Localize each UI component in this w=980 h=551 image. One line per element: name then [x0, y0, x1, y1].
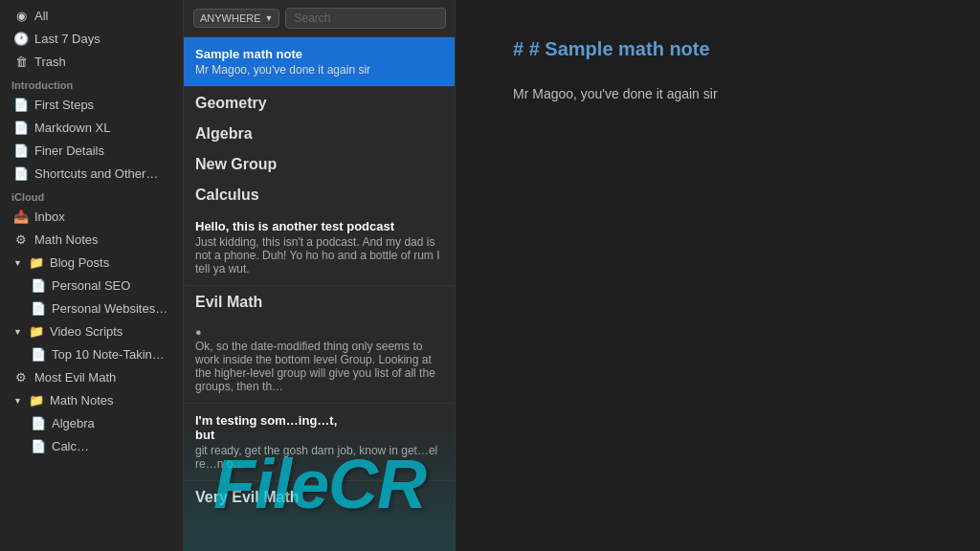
- sidebar-item-math-notes-2[interactable]: ▼ 📁 Math Notes: [4, 389, 179, 411]
- search-bar: ANYWHERE ▼: [184, 0, 455, 37]
- doc-icon: 📄: [31, 439, 46, 453]
- note-body: Mr Magoo, you've done it again sir: [513, 83, 923, 104]
- sidebar-item-last7days[interactable]: 🕐 Last 7 Days: [4, 28, 179, 50]
- sidebar-item-top10[interactable]: 📄 Top 10 Note-Takin…: [4, 343, 179, 365]
- doc-icon: 📄: [31, 278, 46, 293]
- sidebar-item-all[interactable]: ◉ All: [4, 5, 179, 27]
- dropdown-label: ANYWHERE: [200, 12, 261, 24]
- section-introduction: Introduction: [0, 74, 183, 93]
- hash-symbol: #: [513, 38, 529, 59]
- folder-icon: 📁: [29, 255, 44, 270]
- note-heading: # # Sample math note: [513, 38, 923, 60]
- sidebar-item-most-evil-math[interactable]: ⚙ Most Evil Math: [4, 366, 179, 388]
- note-title: I'm testing som…ing…t, but: [195, 413, 443, 442]
- sidebar-item-video-scripts[interactable]: ▼ 📁 Video Scripts: [4, 320, 179, 342]
- selected-note[interactable]: Sample math note Mr Magoo, you've done i…: [184, 37, 455, 87]
- sidebar-item-algebra[interactable]: 📄 Algebra: [4, 412, 179, 434]
- sidebar-item-personal-seo[interactable]: 📄 Personal SEO: [4, 275, 179, 297]
- group-new-group[interactable]: New Group: [184, 148, 455, 179]
- sidebar: ◉ All 🕐 Last 7 Days 🗑 Trash Introduction…: [0, 0, 184, 551]
- search-input[interactable]: [285, 8, 446, 29]
- middle-panel: ANYWHERE ▼ Sample math note Mr Magoo, yo…: [184, 0, 456, 551]
- sidebar-item-calc[interactable]: 📄 Calc…: [4, 435, 179, 457]
- sidebar-item-blog-posts[interactable]: ▼ 📁 Blog Posts: [4, 252, 179, 274]
- doc-icon: 📄: [31, 301, 46, 316]
- expand-icon: ▼: [13, 396, 23, 406]
- sidebar-item-shortcuts[interactable]: 📄 Shortcuts and Other…: [4, 163, 179, 185]
- group-evil-math[interactable]: Evil Math: [184, 286, 455, 317]
- group-calculus[interactable]: Calculus: [184, 179, 455, 209]
- note-preview: git ready, get the gosh darn job, know i…: [195, 444, 443, 471]
- group-very-evil-math[interactable]: Very Evil Math: [184, 481, 455, 512]
- doc-icon: 📄: [31, 416, 46, 430]
- note-testing[interactable]: I'm testing som…ing…t, but git ready, ge…: [184, 404, 455, 481]
- sidebar-item-first-steps[interactable]: 📄 First Steps: [4, 94, 179, 116]
- expand-icon: ▼: [13, 327, 23, 337]
- sidebar-item-markdown-xl[interactable]: 📄 Markdown XL: [4, 117, 179, 139]
- doc-icon: 📄: [13, 166, 29, 181]
- folder-icon: 📁: [29, 324, 44, 339]
- sidebar-item-trash[interactable]: 🗑 Trash: [4, 51, 179, 73]
- sidebar-item-personal-websites[interactable]: 📄 Personal Websites…: [4, 298, 179, 320]
- note-title: ●: [195, 326, 443, 338]
- group-algebra[interactable]: Algebra: [184, 118, 455, 148]
- doc-icon: 📄: [31, 347, 46, 362]
- doc-icon: 📄: [13, 98, 29, 112]
- note-preview: Mr Magoo, you've done it again sir: [195, 63, 443, 77]
- sidebar-item-math-notes[interactable]: ⚙ Math Notes: [4, 229, 179, 251]
- inbox-icon: 📥: [13, 209, 29, 224]
- all-icon: ◉: [13, 9, 29, 23]
- sidebar-item-inbox[interactable]: 📥 Inbox: [4, 206, 179, 228]
- note-title: Hello, this is another test podcast: [195, 219, 443, 233]
- note-preview: Just kidding, this isn't a podcast. And …: [195, 235, 443, 276]
- chevron-down-icon: ▼: [265, 13, 274, 23]
- note-evil-math-content[interactable]: ● Ok, so the date-modified thing only se…: [184, 317, 455, 404]
- right-panel: # # Sample math note Mr Magoo, you've do…: [456, 0, 980, 551]
- section-icloud: iCloud: [0, 186, 183, 205]
- gear-icon: ⚙: [13, 370, 29, 385]
- note-title: Sample math note: [195, 47, 443, 61]
- gear-icon: ⚙: [13, 232, 29, 247]
- folder-icon: 📁: [29, 393, 44, 408]
- doc-icon: 📄: [13, 121, 29, 135]
- search-dropdown[interactable]: ANYWHERE ▼: [193, 9, 279, 28]
- note-calculus-podcast[interactable]: Hello, this is another test podcast Just…: [184, 209, 455, 286]
- doc-icon: 📄: [13, 143, 29, 158]
- clock-icon: 🕐: [13, 32, 29, 46]
- group-geometry[interactable]: Geometry: [184, 87, 455, 118]
- sidebar-item-finer-details[interactable]: 📄 Finer Details: [4, 140, 179, 162]
- trash-icon: 🗑: [13, 55, 29, 69]
- expand-icon: ▼: [13, 258, 23, 268]
- note-preview: Ok, so the date-modified thing only seem…: [195, 340, 443, 393]
